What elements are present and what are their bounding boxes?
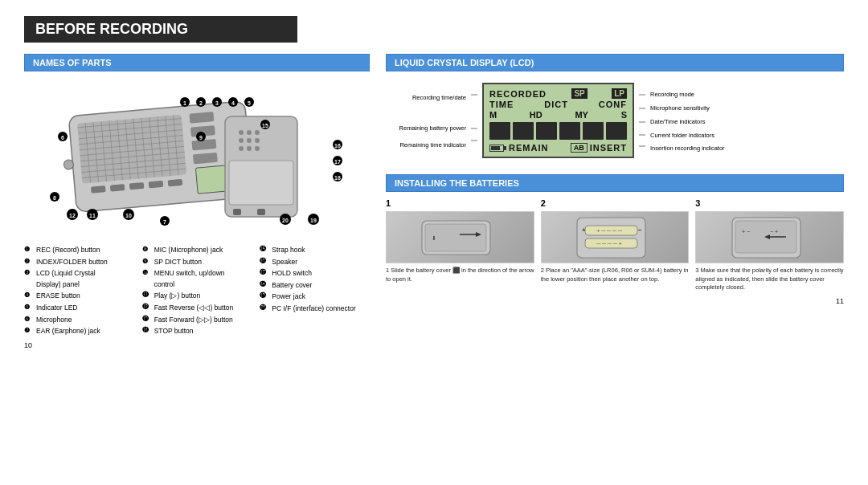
part-item-4: ❹ ERASE button (24, 291, 134, 302)
lcd-time: TIME (489, 100, 514, 109)
svg-point-43 (247, 146, 252, 151)
part-item-16: ⓰ Speaker (260, 257, 370, 268)
lcd-screen: RECORDED SP LP TIME DICT CONF M (482, 83, 634, 158)
page-num-left: 10 (24, 341, 370, 349)
connector-lines-right-svg (639, 88, 645, 153)
lcd-connector-right (639, 88, 645, 153)
svg-text:+ −: + − (742, 229, 750, 234)
lcd-s: S (621, 110, 627, 120)
svg-text:+ ─ ─ ─ ─: + ─ ─ ─ ─ (596, 228, 622, 234)
step-3-image: + − − + (695, 211, 844, 263)
svg-rect-46 (233, 209, 241, 215)
svg-text:1: 1 (183, 100, 186, 106)
svg-point-29 (63, 159, 74, 169)
lcd-dict: DICT (544, 100, 568, 109)
connector-lines-left-svg (471, 88, 477, 153)
lcd-label-datetime: Date/Time indicators (650, 115, 706, 128)
part-item-1: ❶ REC (Record) button (24, 245, 134, 256)
step-1-text: 1 Slide the battery cover ⬛ in the direc… (386, 267, 534, 283)
svg-rect-45 (229, 161, 293, 205)
part-item-8: ❽ MIC (Microphone) jack (142, 245, 252, 256)
svg-text:5: 5 (248, 100, 251, 106)
svg-rect-47 (257, 209, 265, 215)
part-item-5: ❺ Indicator LED (24, 303, 134, 314)
lcd-labels-left: Recording time/date Remaining battery po… (386, 91, 466, 150)
part-item-11: ⓫ Play (▷) button (142, 291, 252, 302)
page-title: BEFORE RECORDING (24, 16, 297, 43)
lcd-bottom-row: REMAIN AB INSERT (489, 143, 627, 153)
svg-text:3: 3 (215, 100, 219, 106)
lcd-header: LIQUID CRYSTAL DISPLAY (LCD) (386, 54, 844, 71)
lcd-lp: LP (612, 88, 627, 99)
step-1-num: 1 (386, 198, 534, 208)
svg-point-37 (247, 130, 252, 135)
step-1-image: ⬇ (386, 211, 534, 263)
svg-text:+: + (582, 226, 586, 234)
battery-step-2: 2 + ─ ─ ─ ─ ─ ─ ─ ─ + (541, 198, 690, 292)
lcd-label-recording-time: Recording time/date (412, 91, 466, 116)
svg-rect-30 (91, 185, 106, 194)
svg-text:9: 9 (199, 135, 203, 141)
part-item-13: ⓭ Fast Forward (▷▷) button (142, 315, 252, 326)
lcd-labels-right: Recording mode Microphone sensitivity Da… (650, 87, 739, 154)
part-item-15: ⓯ Strap hook (260, 245, 370, 256)
svg-rect-34 (168, 178, 183, 186)
lcd-my: MY (575, 110, 588, 120)
svg-text:19: 19 (310, 218, 317, 223)
part-item-6: ❻ Microphone (24, 315, 134, 326)
lcd-label-mic-sensitivity: Microphone sensitivity (650, 101, 710, 115)
svg-text:7: 7 (163, 219, 166, 225)
parts-col-2: ❽ MIC (Microphone) jack ❾ SP DICT button… (142, 245, 252, 338)
svg-rect-31 (110, 184, 125, 192)
svg-point-42 (239, 146, 244, 151)
svg-text:4: 4 (231, 100, 235, 106)
step1-svg: ⬇ (416, 214, 504, 261)
svg-text:−: − (638, 226, 642, 234)
battery-step-3: 3 + − − + (695, 198, 844, 292)
svg-rect-33 (149, 180, 164, 188)
part-item-9: ❾ SP DICT button (142, 257, 252, 268)
step2-svg: + ─ ─ ─ ─ ─ ─ ─ ─ + + − (571, 214, 659, 261)
svg-point-39 (239, 138, 244, 143)
lcd-label-battery: Remaining battery power (399, 116, 466, 139)
svg-text:18: 18 (334, 175, 341, 181)
names-of-parts-header: NAMES OF PARTS (24, 54, 370, 71)
lcd-label-folder: Current folder indicators (650, 128, 714, 141)
recorder-svg: 1 2 3 4 5 (48, 84, 346, 233)
lcd-recorded: RECORDED (489, 89, 547, 99)
part-item-18: ⓲ Battery cover (260, 280, 370, 291)
lcd-insert-group: AB INSERT (571, 143, 627, 153)
batteries-header: INSTALLING THE BATTERIES (386, 174, 844, 192)
svg-point-38 (255, 130, 260, 135)
svg-point-36 (239, 130, 244, 135)
step-2-text: 2 Place an "AAA"-size (LR06, R06 or SUM-… (541, 267, 690, 283)
page-num-right: 11 (386, 297, 844, 305)
part-item-14: ⓮ STOP button (142, 326, 252, 337)
battery-steps: 1 ⬇ (386, 198, 844, 292)
lcd-segments (489, 122, 627, 140)
svg-text:17: 17 (334, 159, 341, 165)
part-item-19: ⓳ Power jack (260, 291, 370, 303)
lcd-label-rec-mode: Recording mode (650, 87, 694, 101)
step3-svg: + − − + (726, 214, 814, 261)
svg-text:15: 15 (262, 123, 268, 128)
lcd-conf: CONF (599, 100, 627, 109)
part-item-17: ⓱ HOLD switch (260, 268, 370, 279)
svg-text:20: 20 (282, 218, 289, 223)
batteries-section: INSTALLING THE BATTERIES 1 (386, 174, 844, 305)
svg-text:10: 10 (125, 213, 132, 218)
svg-text:8: 8 (53, 195, 56, 201)
svg-text:− +: − + (770, 229, 778, 234)
svg-point-44 (255, 146, 260, 151)
step-3-num: 3 (695, 198, 844, 208)
svg-text:2: 2 (199, 100, 203, 106)
parts-list: ❶ REC (Record) button ❷ INDEX/FOLDER but… (24, 245, 370, 338)
step-3-text: 3 Make sure that the polarity of each ba… (695, 267, 844, 292)
part-item-3: ❸ LCD (Liquid CrystalDisplay) panel (24, 268, 134, 290)
lcd-m: M (489, 110, 497, 120)
right-column: LIQUID CRYSTAL DISPLAY (LCD) Recording t… (386, 54, 844, 477)
two-column-layout: NAMES OF PARTS (24, 54, 844, 477)
lcd-hd: HD (530, 110, 542, 120)
svg-point-40 (247, 138, 252, 143)
lcd-label-remaining-time: Remaining time indicator (399, 139, 466, 150)
